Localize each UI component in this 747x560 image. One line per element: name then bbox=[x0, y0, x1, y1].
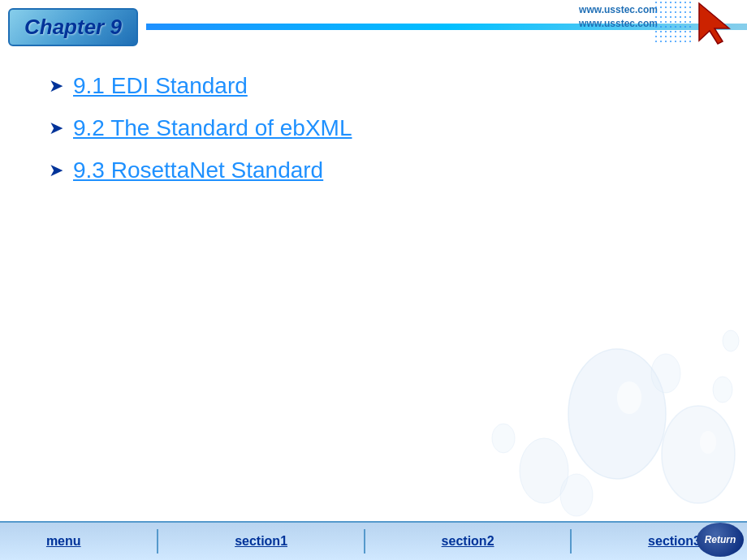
website-area: www.usstec.com www.usstec.com bbox=[579, 3, 658, 31]
website-text-1: www.usstec.com bbox=[579, 3, 658, 17]
return-label: Return bbox=[705, 534, 736, 545]
svg-point-2 bbox=[617, 381, 641, 414]
link-rosettanet-standard[interactable]: 9.3 RosettaNet Standard bbox=[73, 157, 323, 183]
svg-point-9 bbox=[492, 424, 515, 453]
footer-nav: menu section1 section2 section3 bbox=[0, 521, 747, 560]
svg-point-1 bbox=[568, 349, 666, 479]
footer-divider-3 bbox=[570, 529, 572, 554]
arrow-2: ➤ bbox=[49, 118, 63, 139]
link-ebxml-standard[interactable]: 9.2 The Standard of ebXML bbox=[73, 115, 352, 141]
svg-point-8 bbox=[560, 474, 593, 516]
svg-point-6 bbox=[651, 354, 680, 393]
footer-section2-link[interactable]: section2 bbox=[442, 534, 494, 549]
svg-point-5 bbox=[520, 438, 568, 503]
waterdrops-background bbox=[438, 235, 747, 519]
svg-point-10 bbox=[723, 330, 739, 351]
svg-point-4 bbox=[700, 431, 716, 454]
cursor-icon bbox=[695, 2, 744, 46]
footer-menu-link[interactable]: menu bbox=[46, 534, 81, 549]
footer-divider-2 bbox=[364, 529, 365, 554]
link-edi-standard[interactable]: 9.1 EDI Standard bbox=[73, 73, 248, 99]
dot-pattern bbox=[654, 0, 694, 45]
menu-item-3: ➤ 9.3 RosettaNet Standard bbox=[49, 157, 698, 183]
chapter-badge: Chapter 9 bbox=[8, 8, 138, 46]
menu-item-1: ➤ 9.1 EDI Standard bbox=[49, 73, 698, 99]
menu-item-2: ➤ 9.2 The Standard of ebXML bbox=[49, 115, 698, 141]
footer-section3-link[interactable]: section3 bbox=[648, 534, 701, 549]
header: Chapter 9 www.usstec.com www.usstec.com bbox=[0, 0, 747, 49]
website-text-2: www.usstec.com bbox=[579, 17, 658, 31]
chapter-title: Chapter 9 bbox=[24, 15, 122, 39]
return-button[interactable]: Return bbox=[697, 523, 744, 557]
svg-point-7 bbox=[713, 377, 732, 403]
svg-point-3 bbox=[662, 406, 735, 503]
main-content: ➤ 9.1 EDI Standard ➤ 9.2 The Standard of… bbox=[0, 49, 747, 216]
arrow-3: ➤ bbox=[49, 160, 63, 181]
footer-section1-link[interactable]: section1 bbox=[235, 534, 287, 549]
footer-divider-1 bbox=[157, 529, 158, 554]
arrow-1: ➤ bbox=[49, 75, 63, 97]
svg-marker-0 bbox=[699, 3, 729, 44]
